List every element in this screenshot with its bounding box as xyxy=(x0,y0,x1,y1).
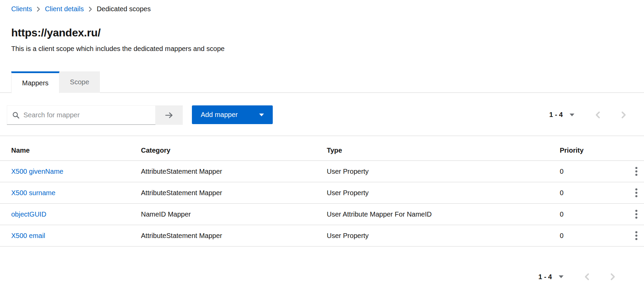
mapper-link[interactable]: X500 surname xyxy=(11,189,55,197)
pagination-range: 1 - 4 xyxy=(549,111,563,119)
pagination-top: 1 - 4 xyxy=(549,105,631,124)
mapper-type: User Attribute Mapper For NameID xyxy=(327,210,560,218)
add-mapper-label: Add mapper xyxy=(201,111,238,119)
mapper-priority: 0 xyxy=(560,168,628,175)
mapper-type: User Property xyxy=(327,232,560,240)
search-input[interactable] xyxy=(23,106,155,124)
pagination-prev-button[interactable] xyxy=(590,107,605,122)
tab-mappers[interactable]: Mappers xyxy=(11,71,59,93)
table-row: objectGUID NameID Mapper User Attribute … xyxy=(0,203,644,225)
search-group xyxy=(7,105,183,125)
tab-scope[interactable]: Scope xyxy=(59,71,100,93)
tabs: Mappers Scope xyxy=(0,71,644,93)
arrow-right-icon xyxy=(164,111,174,119)
column-header-name: Name xyxy=(0,147,141,154)
mapper-priority: 0 xyxy=(560,189,628,197)
pagination-prev-button[interactable] xyxy=(579,269,594,284)
search-input-wrap xyxy=(7,105,156,125)
mapper-category: NameID Mapper xyxy=(141,210,327,218)
mapper-type: User Property xyxy=(327,168,560,175)
pagination-next-button[interactable] xyxy=(605,269,620,284)
page-title: https://yandex.ru/ xyxy=(11,27,101,39)
column-header-category: Category xyxy=(141,147,327,154)
pagination-bottom-menu-toggle[interactable]: 1 - 4 xyxy=(538,273,564,281)
table-body: X500 givenName AttributeStatement Mapper… xyxy=(0,160,644,247)
page-subtitle: This is a client scope which includes th… xyxy=(11,45,225,53)
add-mapper-button[interactable]: Add mapper xyxy=(192,105,273,124)
mapper-category: AttributeStatement Mapper xyxy=(141,232,327,240)
table-row: X500 givenName AttributeStatement Mapper… xyxy=(0,160,644,182)
table-header-row: Name Category Type Priority xyxy=(0,136,644,160)
kebab-menu-icon xyxy=(635,209,638,219)
kebab-menu-icon xyxy=(635,188,638,198)
mapper-priority: 0 xyxy=(560,232,628,240)
dedicated-scopes-page: Clients Client details Dedicated scopes … xyxy=(0,0,644,289)
mapper-priority: 0 xyxy=(560,210,628,218)
table-row: X500 surname AttributeStatement Mapper U… xyxy=(0,182,644,203)
row-actions-kebab-button[interactable] xyxy=(631,229,641,242)
breadcrumb: Clients Client details Dedicated scopes xyxy=(11,5,151,13)
pagination-top-menu-toggle[interactable]: 1 - 4 xyxy=(549,111,574,119)
table-row: X500 email AttributeStatement Mapper Use… xyxy=(0,225,644,246)
kebab-menu-icon xyxy=(635,167,638,176)
mapper-link[interactable]: X500 email xyxy=(11,232,45,239)
mapper-category: AttributeStatement Mapper xyxy=(141,168,327,175)
tab-mappers-label: Mappers xyxy=(22,79,49,87)
breadcrumb-current: Dedicated scopes xyxy=(97,5,151,13)
mappers-table: Name Category Type Priority X500 givenNa… xyxy=(0,136,644,247)
row-actions-kebab-button[interactable] xyxy=(631,207,641,221)
breadcrumb-link-client-details[interactable]: Client details xyxy=(45,5,84,13)
chevron-left-icon xyxy=(584,273,589,281)
breadcrumb-link-clients[interactable]: Clients xyxy=(11,5,32,13)
search-submit-button[interactable] xyxy=(156,105,183,125)
chevron-right-icon xyxy=(621,111,626,119)
mapper-link[interactable]: objectGUID xyxy=(11,210,46,218)
kebab-menu-icon xyxy=(635,231,638,240)
mapper-type: User Property xyxy=(327,189,560,197)
mapper-category: AttributeStatement Mapper xyxy=(141,189,327,197)
caret-down-icon xyxy=(570,114,574,116)
chevron-right-icon xyxy=(610,273,615,281)
caret-down-icon xyxy=(259,114,264,116)
row-actions-kebab-button[interactable] xyxy=(631,165,641,178)
chevron-right-icon xyxy=(37,6,40,12)
chevron-right-icon xyxy=(89,6,92,12)
chevron-left-icon xyxy=(595,111,600,119)
pagination-next-button[interactable] xyxy=(616,107,631,122)
column-header-priority: Priority xyxy=(560,147,628,154)
pagination-range: 1 - 4 xyxy=(538,273,552,281)
mapper-link[interactable]: X500 givenName xyxy=(11,168,63,175)
row-actions-kebab-button[interactable] xyxy=(631,186,641,200)
pagination-bottom: 1 - 4 xyxy=(538,269,620,284)
caret-down-icon xyxy=(559,275,564,278)
search-icon xyxy=(12,112,20,119)
column-header-type: Type xyxy=(327,147,560,154)
tab-scope-label: Scope xyxy=(70,78,89,86)
